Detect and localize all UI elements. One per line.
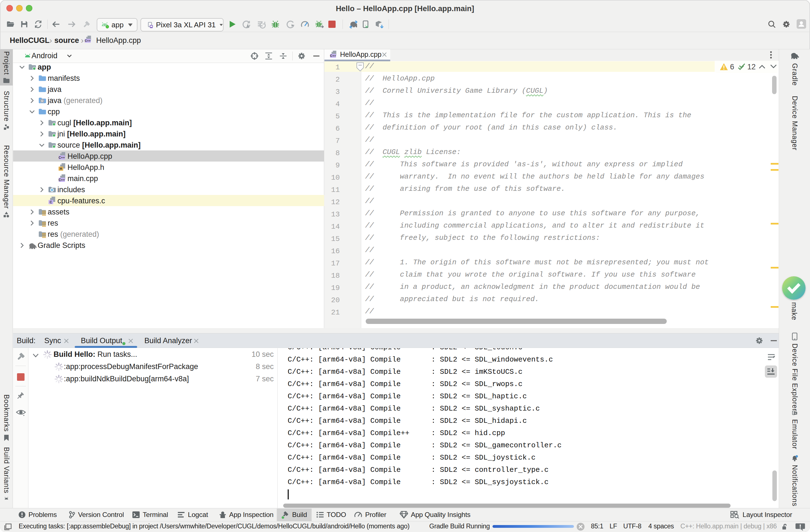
svg-text:C: C bbox=[50, 200, 52, 204]
svg-text:C++: C++ bbox=[59, 156, 65, 160]
svg-text:H: H bbox=[60, 167, 62, 171]
svg-text:C++: C++ bbox=[59, 178, 65, 182]
svg-text:C++: C++ bbox=[330, 54, 336, 57]
svg-text:C++: C++ bbox=[85, 39, 91, 42]
